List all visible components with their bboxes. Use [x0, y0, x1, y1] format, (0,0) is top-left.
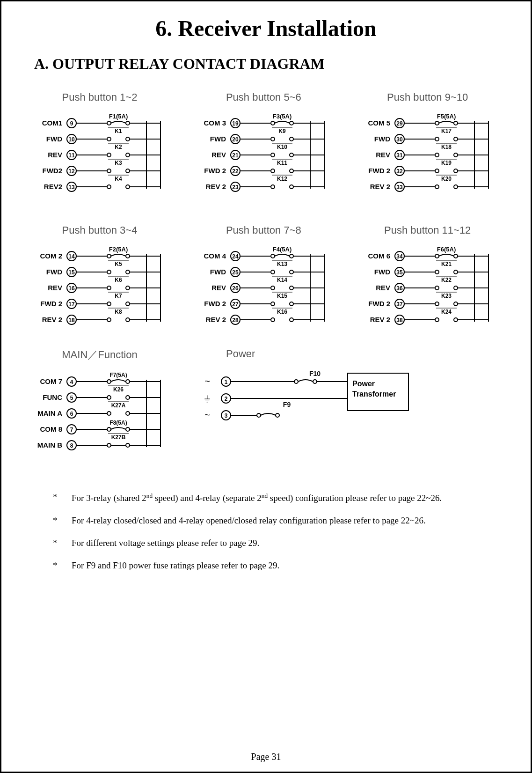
svg-point-163: [290, 286, 293, 290]
row-label: REV: [48, 284, 62, 292]
svg-text:29: 29: [396, 120, 403, 127]
svg-point-41: [290, 121, 293, 125]
row-label: FWD 2: [204, 300, 226, 308]
svg-text:24: 24: [233, 253, 239, 260]
svg-point-32: [107, 185, 111, 189]
section-heading: A. OUTPUT RELAY CONTACT DIAGRAM: [34, 55, 512, 73]
svg-text:30: 30: [396, 136, 403, 143]
svg-point-84: [454, 137, 458, 141]
svg-point-272: [276, 413, 279, 417]
relay-k-label: K26: [113, 386, 124, 393]
row-label: COM 6: [368, 252, 390, 260]
relay-k-label: K10: [277, 144, 287, 150]
svg-point-261: [294, 380, 298, 383]
power-symbol: ⏚: [204, 393, 210, 403]
svg-point-112: [107, 254, 111, 258]
row-label: MAIN A: [37, 409, 62, 417]
relay-diagram: F6(5A)COM 634K21FWD35K22REV36K23FWD 237K…: [357, 245, 498, 339]
row-label: FUNC: [43, 393, 62, 401]
svg-point-236: [126, 412, 130, 415]
power-block: PowerPowerTransformerF10~1⏚2F9~3: [189, 348, 413, 464]
chapter-title: 6. Receiver Installation: [20, 15, 512, 41]
svg-point-149: [290, 254, 293, 258]
svg-text:7: 7: [70, 427, 73, 433]
svg-point-77: [454, 121, 458, 125]
svg-text:6: 6: [70, 411, 73, 417]
row-label: REV: [211, 284, 226, 292]
page-footer: Page 31: [1, 751, 531, 762]
relay-block: Push button 5~6F3(5A)COM 319K9FWD20K10RE…: [193, 91, 334, 206]
svg-point-250: [126, 443, 130, 447]
relay-diagram: F1(5A)COM19K1FWD10K2REV11K3FWD212K4REV21…: [29, 112, 170, 206]
svg-point-97: [435, 169, 439, 173]
row-label: FWD 2: [204, 167, 226, 175]
svg-point-241: [107, 427, 111, 431]
svg-point-235: [107, 412, 111, 415]
relay-k-label: K2: [115, 144, 122, 150]
svg-point-54: [271, 153, 275, 157]
svg-point-192: [454, 270, 458, 274]
power-symbol: ~: [204, 376, 210, 386]
svg-text:23: 23: [233, 184, 239, 191]
power-diagram: PowerTransformerF10~1⏚2F9~3: [189, 368, 413, 448]
svg-text:13: 13: [68, 184, 75, 191]
row-label: FWD2: [43, 167, 63, 175]
svg-point-26: [126, 169, 130, 173]
fuse-label: F6(5A): [437, 246, 455, 253]
relay-block: Push button 7~8F4(5A)COM 424K13FWD25K14R…: [193, 224, 334, 339]
relay-diagram: COM 74F7(5A)K26FUNC5K27AMAIN A6COM 87F8(…: [29, 370, 170, 464]
svg-text:F8(5A): F8(5A): [109, 420, 127, 426]
svg-point-185: [454, 254, 458, 258]
svg-point-127: [126, 286, 130, 290]
fuse-label: F4(5A): [273, 246, 292, 253]
relay-k-label: K5: [115, 261, 122, 267]
svg-point-221: [126, 380, 130, 383]
row-label: MAIN B: [37, 441, 62, 449]
row-label: REV2: [44, 183, 62, 191]
svg-point-213: [454, 318, 458, 322]
block-title: Push button 3~4: [29, 224, 170, 236]
svg-text:35: 35: [396, 269, 403, 276]
svg-point-5: [126, 121, 130, 125]
svg-point-126: [107, 286, 111, 290]
svg-point-69: [290, 185, 293, 189]
svg-point-19: [126, 153, 130, 157]
svg-point-212: [435, 318, 439, 322]
svg-text:19: 19: [233, 120, 239, 127]
row-label: FWD 2: [40, 300, 62, 308]
svg-point-133: [107, 302, 111, 306]
svg-point-47: [271, 137, 275, 141]
svg-text:F7(5A): F7(5A): [109, 372, 127, 378]
relay-k-label: K16: [277, 309, 287, 315]
svg-point-98: [454, 169, 458, 173]
svg-point-104: [435, 185, 439, 189]
row-label: REV 2: [370, 316, 390, 324]
fuse-label: F1(5A): [109, 113, 128, 120]
notes-list: For 3-relay (shared 2nd speed) and 4-rel…: [53, 492, 512, 571]
relay-k-label: K24: [441, 309, 452, 315]
svg-text:27: 27: [233, 301, 239, 308]
svg-point-33: [126, 185, 130, 189]
svg-text:5: 5: [70, 395, 73, 401]
relay-k-label: K7: [115, 293, 122, 299]
fuse-label: F5(5A): [437, 113, 455, 120]
svg-point-141: [126, 318, 130, 322]
row-label: REV 2: [370, 183, 390, 191]
relay-diagram: F4(5A)COM 424K13FWD25K14REV26K15FWD 227K…: [193, 245, 334, 339]
svg-point-170: [290, 302, 293, 306]
relay-k-label: K1: [115, 128, 122, 134]
row-label: FWD: [210, 268, 226, 276]
svg-text:33: 33: [396, 184, 403, 191]
row-label: REV: [211, 151, 226, 159]
relay-k-label: K15: [277, 293, 287, 299]
svg-point-242: [126, 427, 130, 431]
svg-text:25: 25: [233, 269, 239, 276]
svg-point-61: [271, 169, 275, 173]
svg-point-62: [290, 169, 293, 173]
row-label: REV 2: [42, 316, 62, 324]
svg-point-191: [435, 270, 439, 274]
relay-block: Push button 1~2F1(5A)COM19K1FWD10K2REV11…: [29, 91, 170, 206]
svg-text:15: 15: [68, 269, 75, 276]
svg-point-76: [435, 121, 439, 125]
relay-k-label: K6: [115, 277, 122, 283]
